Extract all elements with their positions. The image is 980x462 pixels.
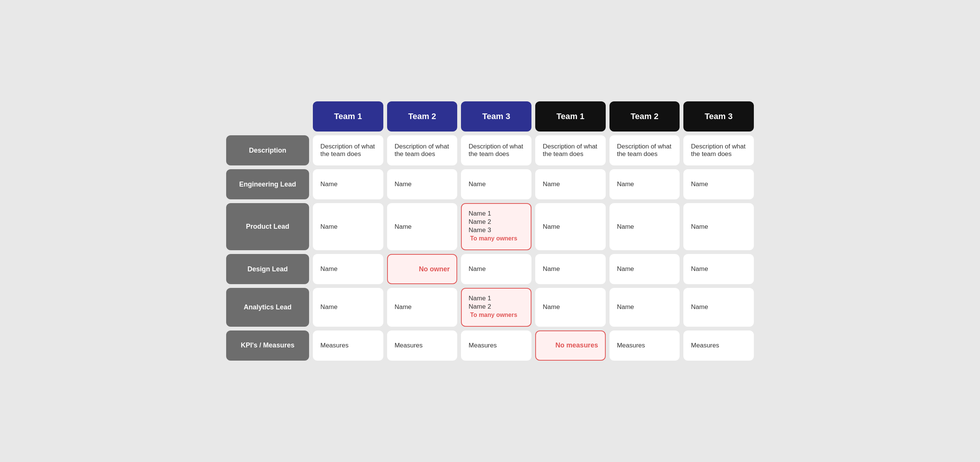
cell-analytics-lead-2: Name 1Name 2To many owners [461, 288, 531, 327]
no-measures-label: No measures [543, 341, 598, 349]
team-header-team3-black: Team 3 [683, 102, 754, 132]
name-item: Name 3 [469, 227, 491, 234]
team-header-team3-blue: Team 3 [461, 102, 531, 132]
name-item: Name 2 [469, 303, 491, 311]
row-label-analytics-lead: Analytics Lead [226, 288, 309, 327]
team-header-team2-black: Team 2 [609, 102, 680, 132]
corner [226, 102, 309, 132]
cell-kpis-measures-5: Measures [683, 330, 754, 360]
row-label-kpis-measures: KPI's / Measures [226, 330, 309, 360]
cell-design-lead-3: Name [535, 254, 606, 284]
cell-design-lead-2: Name [461, 254, 531, 284]
cell-product-lead-2: Name 1Name 2Name 3To many owners [461, 203, 531, 250]
row-label-product-lead: Product Lead [226, 203, 309, 250]
name-item: Name 1 [469, 210, 491, 218]
warning-badge: To many owners [469, 234, 519, 243]
team-header-team1-blue: Team 1 [313, 102, 383, 132]
cell-names: Name 1Name 2Name 3 [469, 210, 491, 234]
page-container: Team 1Team 2Team 3Team 1Team 2Team 3Desc… [226, 102, 754, 360]
cell-engineering-lead-0: Name [313, 169, 383, 199]
cell-kpis-measures-2: Measures [461, 330, 531, 360]
cell-names: Name 1Name 2 [469, 295, 491, 311]
cell-description-2: Description of what the team does [461, 135, 531, 165]
cell-analytics-lead-4: Name [609, 288, 680, 327]
cell-product-lead-0: Name [313, 203, 383, 250]
cell-kpis-measures-0: Measures [313, 330, 383, 360]
cell-description-3: Description of what the team does [535, 135, 606, 165]
row-label-engineering-lead: Engineering Lead [226, 169, 309, 199]
team-header-team1-black: Team 1 [535, 102, 606, 132]
cell-description-1: Description of what the team does [387, 135, 458, 165]
cell-design-lead-5: Name [683, 254, 754, 284]
warning-badge: To many owners [469, 311, 519, 320]
cell-design-lead-0: Name [313, 254, 383, 284]
no-owner-label: No owner [395, 265, 450, 273]
cell-engineering-lead-2: Name [461, 169, 531, 199]
cell-engineering-lead-4: Name [609, 169, 680, 199]
cell-description-5: Description of what the team does [683, 135, 754, 165]
cell-analytics-lead-0: Name [313, 288, 383, 327]
row-label-design-lead: Design Lead [226, 254, 309, 284]
cell-kpis-measures-3: No measures [535, 330, 606, 360]
cell-analytics-lead-1: Name [387, 288, 458, 327]
cell-analytics-lead-3: Name [535, 288, 606, 327]
cell-product-lead-3: Name [535, 203, 606, 250]
name-item: Name 1 [469, 295, 491, 302]
name-item: Name 2 [469, 218, 491, 226]
cell-description-4: Description of what the team does [609, 135, 680, 165]
cell-kpis-measures-1: Measures [387, 330, 458, 360]
team-header-team2-blue: Team 2 [387, 102, 458, 132]
cell-kpis-measures-4: Measures [609, 330, 680, 360]
cell-design-lead-4: Name [609, 254, 680, 284]
cell-product-lead-4: Name [609, 203, 680, 250]
cell-analytics-lead-5: Name [683, 288, 754, 327]
cell-product-lead-5: Name [683, 203, 754, 250]
cell-engineering-lead-5: Name [683, 169, 754, 199]
cell-engineering-lead-1: Name [387, 169, 458, 199]
row-label-description: Description [226, 135, 309, 165]
cell-engineering-lead-3: Name [535, 169, 606, 199]
cell-design-lead-1: No owner [387, 254, 458, 284]
grid-table: Team 1Team 2Team 3Team 1Team 2Team 3Desc… [226, 102, 754, 360]
cell-description-0: Description of what the team does [313, 135, 383, 165]
cell-product-lead-1: Name [387, 203, 458, 250]
